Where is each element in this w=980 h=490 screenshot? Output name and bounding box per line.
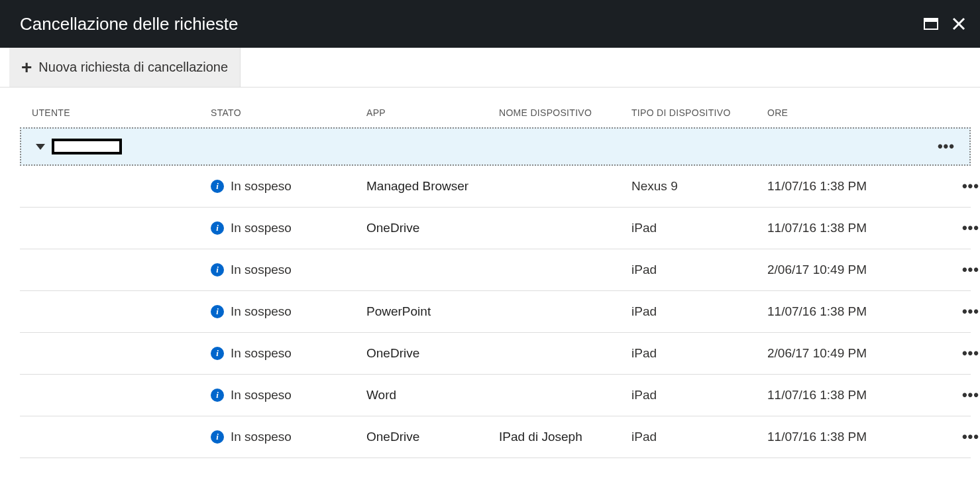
status-text: In sospeso: [231, 304, 292, 319]
cell-device-type: iPad: [631, 221, 767, 235]
col-header-user[interactable]: UTENTE: [32, 107, 211, 118]
col-header-time[interactable]: ORE: [767, 107, 940, 118]
status-text: In sospeso: [231, 221, 292, 235]
row-context-menu[interactable]: •••: [940, 303, 979, 320]
col-header-device-type[interactable]: TIPO DI DISPOSITIVO: [631, 107, 767, 118]
new-wipe-request-button[interactable]: + Nuova richiesta di cancellazione: [9, 48, 241, 87]
content-area: UTENTE STATO APP NOME DISPOSITIVO TIPO D…: [0, 88, 980, 458]
cell-app: Managed Browser: [366, 179, 499, 194]
close-icon[interactable]: [951, 16, 967, 32]
table-row[interactable]: i In sospeso OneDrive iPad 2/06/17 10:49…: [20, 333, 971, 375]
blade-header: Cancellazione delle richieste: [0, 0, 980, 48]
table-row[interactable]: i In sospeso Word iPad 11/07/16 1:38 PM …: [20, 375, 971, 416]
cell-app: Word: [366, 388, 499, 402]
cell-status: i In sospeso: [211, 179, 366, 194]
cell-app: OneDrive: [366, 221, 499, 235]
user-group-row[interactable]: •••: [20, 127, 971, 166]
info-icon: i: [211, 430, 224, 444]
col-header-app[interactable]: APP: [366, 107, 499, 118]
info-icon: i: [211, 263, 224, 276]
cell-status: i In sospeso: [211, 221, 366, 235]
new-wipe-request-label: Nuova richiesta di cancellazione: [38, 60, 228, 75]
cell-time: 11/07/16 1:38 PM: [767, 304, 940, 319]
cell-time: 2/06/17 10:49 PM: [767, 346, 940, 361]
wipe-requests-table: UTENTE STATO APP NOME DISPOSITIVO TIPO D…: [20, 101, 971, 458]
cell-time: 11/07/16 1:38 PM: [767, 430, 940, 444]
cell-device-type: Nexus 9: [631, 179, 767, 194]
info-icon: i: [211, 389, 224, 402]
cell-app: OneDrive: [366, 346, 499, 361]
col-header-device-name[interactable]: NOME DISPOSITIVO: [499, 107, 631, 118]
command-bar: + Nuova richiesta di cancellazione: [0, 48, 980, 88]
cell-status: i In sospeso: [211, 263, 366, 277]
info-icon: i: [211, 305, 224, 318]
cell-time: 11/07/16 1:38 PM: [767, 179, 940, 194]
row-context-menu[interactable]: •••: [940, 178, 979, 195]
blade-title: Cancellazione delle richieste: [20, 14, 239, 34]
chevron-down-icon: [36, 144, 45, 150]
status-text: In sospeso: [231, 388, 292, 402]
row-context-menu[interactable]: •••: [940, 219, 979, 237]
table-row[interactable]: i In sospeso iPad 2/06/17 10:49 PM •••: [20, 249, 971, 291]
cell-device-type: iPad: [631, 430, 767, 444]
table-row[interactable]: i In sospeso OneDrive iPad 11/07/16 1:38…: [20, 208, 971, 249]
cell-device-name: IPad di Joseph: [499, 430, 631, 444]
cell-time: 11/07/16 1:38 PM: [767, 388, 940, 402]
info-icon: i: [211, 221, 224, 235]
row-context-menu[interactable]: •••: [940, 345, 979, 362]
cell-time: 11/07/16 1:38 PM: [767, 221, 940, 235]
cell-app: PowerPoint: [366, 304, 499, 319]
table-header: UTENTE STATO APP NOME DISPOSITIVO TIPO D…: [20, 101, 971, 127]
cell-device-type: iPad: [631, 388, 767, 402]
cell-device-type: iPad: [631, 304, 767, 319]
cell-time: 2/06/17 10:49 PM: [767, 263, 940, 277]
info-icon: i: [211, 347, 224, 360]
svg-rect-1: [924, 19, 938, 22]
row-context-menu[interactable]: •••: [940, 387, 979, 404]
status-text: In sospeso: [231, 430, 292, 444]
status-text: In sospeso: [231, 179, 292, 194]
redacted-user: [52, 139, 122, 154]
info-icon: i: [211, 180, 224, 193]
row-context-menu[interactable]: •••: [940, 261, 979, 278]
cell-device-type: iPad: [631, 346, 767, 361]
table-row[interactable]: i In sospeso PowerPoint iPad 11/07/16 1:…: [20, 291, 971, 333]
col-header-status[interactable]: STATO: [211, 107, 366, 118]
table-row[interactable]: i In sospeso OneDrive IPad di Joseph iPa…: [20, 416, 971, 458]
cell-status: i In sospeso: [211, 388, 366, 402]
cell-device-type: iPad: [631, 263, 767, 277]
header-actions: [923, 16, 967, 32]
cell-status: i In sospeso: [211, 346, 366, 361]
plus-icon: +: [21, 58, 32, 77]
status-text: In sospeso: [231, 263, 292, 277]
table-row[interactable]: i In sospeso Managed Browser Nexus 9 11/…: [20, 166, 971, 208]
restore-icon[interactable]: [923, 16, 939, 32]
row-context-menu[interactable]: •••: [940, 428, 979, 446]
status-text: In sospeso: [231, 346, 292, 361]
group-context-menu[interactable]: •••: [938, 138, 955, 155]
cell-app: OneDrive: [366, 430, 499, 444]
group-toggle[interactable]: [36, 139, 122, 154]
cell-status: i In sospeso: [211, 430, 366, 444]
cell-status: i In sospeso: [211, 304, 366, 319]
